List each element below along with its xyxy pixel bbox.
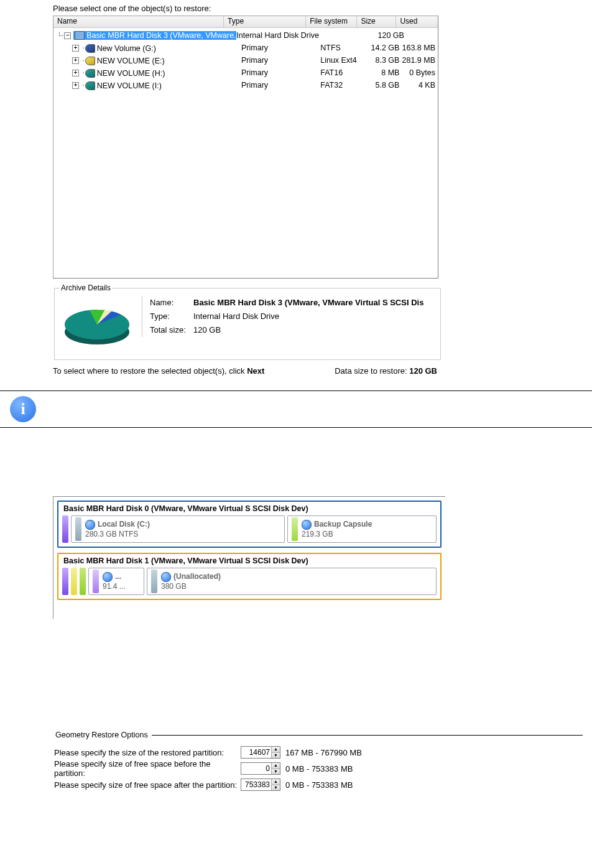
volume-icon — [161, 572, 171, 582]
partition-stripe — [62, 515, 68, 543]
volume-used: 0 Bytes — [399, 68, 438, 77]
archive-size-key: Total size: — [150, 323, 193, 337]
partition-small[interactable]: ...91.4 ... — [88, 568, 144, 595]
spin-up-icon[interactable]: ▲ — [271, 763, 280, 769]
root-size: 120 GB — [371, 31, 404, 40]
part-sub: 280.3 GB NTFS — [85, 530, 150, 538]
volume-size: 14.2 GB — [368, 44, 399, 52]
part-name: ... — [115, 572, 121, 581]
spin-up-icon[interactable]: ▲ — [271, 779, 280, 785]
tree-row[interactable]: +·New Volume (G:) Primary NTFS 14.2 GB 1… — [53, 42, 438, 54]
archive-type-key: Type: — [150, 310, 193, 323]
volume-type: Primary — [241, 44, 320, 52]
volume-used: 4 KB — [399, 81, 438, 90]
select-instruction: Please select one of the object(s) to re… — [53, 4, 438, 13]
list-header: Name Type File system Size Used — [53, 16, 438, 28]
geometry-options: Geometry Restore Options Please specify … — [54, 731, 583, 793]
spin-down-icon[interactable]: ▼ — [271, 753, 280, 759]
volume-icon — [85, 520, 95, 530]
volume-icon — [85, 57, 95, 65]
col-type[interactable]: Type — [224, 16, 306, 27]
data-size: Data size to restore: 120 GB — [335, 366, 437, 376]
partition-size-input[interactable] — [241, 747, 271, 758]
disk-block-1[interactable]: Basic MBR Hard Disk 1 (VMware, VMware Vi… — [57, 553, 442, 600]
part-sub: 91.4 ... — [103, 582, 126, 591]
tree-row[interactable]: +·NEW VOLUME (H:) Primary FAT16 8 MB 0 B… — [53, 67, 438, 79]
volume-size: 8 MB — [368, 68, 399, 77]
objects-list[interactable]: Name Type File system Size Used └· − Bas… — [53, 16, 438, 279]
partition-localdisk[interactable]: Local Disk (C:)280.3 GB NTFS — [71, 515, 285, 543]
volume-icon — [85, 44, 95, 53]
expand-icon[interactable]: + — [72, 45, 79, 52]
tree-row[interactable]: +·NEW VOLUME (E:) Primary Linux Ext4 8.3… — [53, 54, 438, 67]
expand-icon[interactable]: + — [72, 57, 79, 64]
collapse-icon[interactable]: − — [64, 32, 71, 39]
part-sub: 380 GB — [161, 582, 221, 591]
archive-legend: Archive Details — [60, 284, 112, 292]
volume-fs: FAT16 — [320, 68, 368, 77]
partition-color — [151, 570, 157, 593]
archive-type-val: Internal Hard Disk Drive — [193, 310, 279, 323]
tree-row[interactable]: +·NEW VOLUME (I:) Primary FAT32 5.8 GB 4… — [53, 79, 438, 91]
expand-icon[interactable]: + — [72, 70, 79, 76]
col-fs[interactable]: File system — [306, 16, 357, 27]
partition-color — [75, 517, 81, 541]
archive-pie-chart — [60, 296, 134, 351]
col-size[interactable]: Size — [357, 16, 396, 27]
col-used[interactable]: Used — [396, 16, 438, 27]
disk0-title: Basic MBR Hard Disk 0 (VMware, VMware Vi… — [63, 504, 437, 513]
spin-down-icon[interactable]: ▼ — [271, 785, 280, 791]
info-icon: i — [10, 396, 36, 422]
volume-type: Primary — [241, 68, 320, 77]
expand-icon[interactable]: + — [72, 82, 79, 89]
geom-range: 0 MB - 753383 MB — [285, 780, 353, 790]
volume-type: Primary — [241, 81, 320, 90]
volume-icon — [103, 572, 113, 582]
part-name: Local Disk (C:) — [98, 520, 150, 529]
partition-stripe — [71, 568, 77, 595]
volume-name: New Volume (G:) — [97, 44, 156, 53]
free-after-spinner[interactable]: ▲▼ — [241, 778, 280, 791]
root-name: Basic MBR Hard Disk 3 (VMware, VMware... — [86, 31, 236, 40]
col-name[interactable]: Name — [53, 16, 224, 27]
root-type: Internal Hard Disk Drive — [236, 31, 320, 40]
volume-fs: FAT32 — [320, 81, 368, 90]
disk-map: Basic MBR Hard Disk 0 (VMware, VMware Vi… — [53, 496, 445, 619]
spin-down-icon[interactable]: ▼ — [271, 769, 280, 775]
partition-size-spinner[interactable]: ▲▼ — [241, 746, 280, 759]
disk1-title: Basic MBR Hard Disk 1 (VMware, VMware Vi… — [63, 556, 437, 565]
volume-fs: Linux Ext4 — [320, 56, 368, 65]
partition-backup-capsule[interactable]: Backup Capsule219.3 GB — [287, 515, 437, 543]
volume-type: Primary — [241, 56, 320, 65]
geometry-legend: Geometry Restore Options — [54, 731, 152, 739]
spin-up-icon[interactable]: ▲ — [271, 747, 280, 753]
volume-size: 5.8 GB — [368, 81, 399, 90]
free-after-input[interactable] — [241, 779, 271, 790]
volume-icon — [85, 69, 95, 78]
geom-label-after: Please specify size of free space after … — [54, 780, 241, 790]
free-before-spinner[interactable]: ▲▼ — [241, 762, 280, 775]
partition-stripe — [80, 568, 86, 595]
free-before-input[interactable] — [241, 763, 271, 774]
partition-color — [292, 517, 298, 541]
volume-icon — [302, 520, 312, 530]
partition-unallocated[interactable]: (Unallocated)380 GB — [147, 568, 437, 595]
tree-row-root[interactable]: └· − Basic MBR Hard Disk 3 (VMware, VMwa… — [53, 29, 438, 42]
geom-label-size: Please specify the size of the restored … — [54, 748, 241, 757]
next-hint: To select where to restore the selected … — [53, 366, 264, 376]
disk-block-0[interactable]: Basic MBR Hard Disk 0 (VMware, VMware Vi… — [57, 501, 442, 548]
volume-icon — [85, 81, 95, 90]
part-sub: 219.3 GB — [302, 530, 372, 538]
volume-name: NEW VOLUME (E:) — [97, 57, 165, 65]
geom-range: 167 MB - 767990 MB — [285, 748, 362, 757]
archive-details: Archive Details Name:Basic MBR Hard Disk… — [54, 284, 441, 360]
geom-label-before: Please specify size of free space before… — [54, 759, 241, 778]
part-name: Backup Capsule — [314, 520, 372, 529]
partition-stripe — [62, 568, 68, 595]
archive-name-val: Basic MBR Hard Disk 3 (VMware, VMware Vi… — [193, 296, 423, 310]
volume-name: NEW VOLUME (I:) — [97, 81, 162, 90]
volume-used: 281.9 MB — [399, 56, 438, 65]
volume-fs: NTFS — [320, 44, 368, 52]
volume-size: 8.3 GB — [368, 56, 399, 65]
archive-size-val: 120 GB — [193, 323, 221, 337]
